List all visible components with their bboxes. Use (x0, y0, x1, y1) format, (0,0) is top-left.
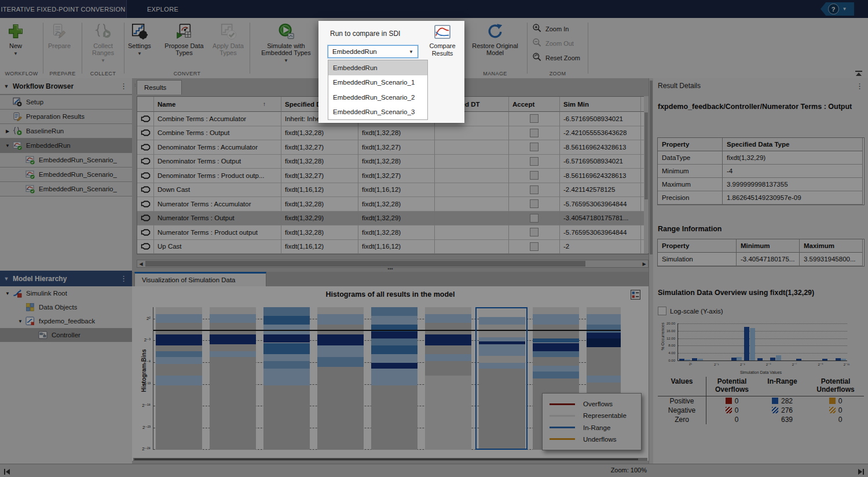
column-header-name[interactable]: Name↑ (154, 97, 281, 112)
pane-splitter[interactable]: ••• (132, 268, 649, 272)
sort-ascending-icon[interactable]: ↑ (263, 101, 266, 107)
collapse-ribbon-icon[interactable] (854, 69, 863, 76)
table-row[interactable]: Numerator Terms : Accumulatorfixdt(1,32,… (137, 197, 648, 212)
legend-label: In-Range (583, 424, 610, 431)
accept-checkbox[interactable] (530, 242, 539, 251)
workflow-item-embeddedrun-scenario[interactable]: EmbeddedRun_Scenario_ (0, 182, 132, 196)
tab-results[interactable]: Results (137, 80, 182, 94)
dropdown-option-embeddedrun-scenario-1[interactable]: EmbeddedRun_Scenario_1 (328, 75, 427, 90)
group-prepare: Prepare PREPARE (43, 18, 82, 78)
histogram-column[interactable] (263, 307, 310, 450)
specified-data-type-table: PropertySpecified Data TypeDataTypefixdt… (657, 137, 865, 205)
expand-caret-icon[interactable]: ▼ (2, 291, 13, 296)
histogram-band (317, 307, 364, 314)
collapse-caret-icon[interactable]: ▼ (0, 83, 13, 89)
cell-sim-min: -8.561169624328613 (560, 169, 641, 183)
cell-sim-min: -5.765953063964844 (560, 225, 641, 240)
legend-swatch (550, 415, 575, 417)
workflow-item-embeddedrun[interactable]: ▼EmbeddedRun (0, 139, 132, 153)
propose-data-types-button[interactable]: Propose Data Types (160, 21, 208, 56)
hierarchy-item-fxpdemo-feedback[interactable]: ▼fxpdemo_feedback (0, 314, 132, 328)
table-row[interactable]: Numerator Terms : Product outputfixdt(1,… (137, 225, 648, 240)
legend-entry-overflows: Overflows (550, 400, 634, 407)
collapse-caret-icon[interactable]: ▼ (0, 276, 13, 282)
group-label-prepare: PREPARE (43, 71, 82, 77)
kebab-menu-icon[interactable]: ⋮ (120, 274, 127, 283)
accept-checkbox[interactable] (530, 114, 539, 123)
accept-checkbox[interactable] (530, 171, 539, 180)
reset-zoom-button[interactable]: Reset Zoom (532, 50, 580, 65)
cell-proposed (435, 197, 509, 212)
accept-checkbox[interactable] (530, 228, 539, 236)
help-button[interactable]: ? ▼ (821, 2, 854, 16)
accept-checkbox[interactable] (530, 157, 539, 166)
kebab-menu-icon[interactable]: ⋮ (120, 82, 127, 90)
tree-item-label: Controller (52, 332, 80, 338)
tab-visualization-of-simulation-data[interactable]: Visualization of Simulation Data (134, 272, 266, 286)
hierarchy-item-controller[interactable]: Controller (0, 328, 132, 342)
hatched-underflow-swatch (829, 407, 836, 413)
simulation-data-overview-heading: Simulation Data Overview using fixdt(1,3… (658, 289, 814, 297)
restore-original-model-button[interactable]: Restore Original Model (469, 21, 521, 56)
histogram-band (210, 307, 256, 314)
expand-caret-icon[interactable]: ▼ (15, 319, 25, 324)
expand-caret-icon[interactable]: ▶ (2, 129, 13, 134)
cell-proposed (435, 212, 509, 226)
collapse-left-icon[interactable] (3, 467, 12, 474)
expand-caret-icon[interactable]: ▼ (2, 143, 13, 148)
accept-checkbox[interactable] (530, 214, 539, 223)
workflow-item-preparation-results[interactable]: Preparation Results (0, 110, 132, 124)
cell-accept (509, 126, 560, 141)
simulate-with-embedded-types-button[interactable]: Simulate with Embedded Types▼ (254, 21, 318, 64)
mini-gridline (678, 353, 847, 354)
workflow-item-embeddedrun-scenario[interactable]: EmbeddedRun_Scenario_ (0, 168, 132, 182)
chart-horizontal-scrollbar[interactable] (133, 458, 647, 461)
simulate-icon (276, 21, 296, 41)
dropdown-option-embeddedrun[interactable]: EmbeddedRun (328, 60, 427, 75)
tab-explore[interactable]: EXPLORE (132, 0, 193, 18)
dropdown-option-embeddedrun-scenario-2[interactable]: EmbeddedRun_Scenario_2 (328, 90, 427, 105)
accept-checkbox[interactable] (530, 199, 539, 208)
settings-button[interactable]: Settings▼ (128, 21, 151, 57)
table-row[interactable]: Denominator Terms : Outputfixdt(1,32,28)… (137, 155, 648, 169)
dropdown-option-embeddedrun-scenario-3[interactable]: EmbeddedRun_Scenario_3 (328, 105, 427, 120)
signal-icon (137, 197, 154, 212)
table-vertical-scrollbar[interactable] (644, 96, 649, 253)
accept-checkbox[interactable] (530, 143, 539, 151)
scroll-right-icon[interactable]: ▶ (640, 260, 648, 267)
histogram-column[interactable] (425, 307, 471, 450)
kebab-menu-icon[interactable]: ⋮ (856, 82, 863, 90)
table-row[interactable]: Denominator Terms : Accumulatorfixdt(1,3… (137, 140, 648, 155)
new-button[interactable]: New▼ (6, 21, 25, 57)
cell-sim-min: -2.421055553643628 (560, 126, 641, 141)
table-row[interactable]: Combine Terms : Outputfixdt(1,32,28)fixd… (137, 126, 648, 141)
column-header-accept[interactable]: Accept (509, 97, 560, 112)
zoom-in-button[interactable]: Zoom In (532, 21, 580, 36)
workflow-item-setup[interactable]: Setup (0, 94, 132, 110)
histogram-column[interactable] (156, 307, 202, 450)
histogram-band (371, 307, 417, 316)
table-row[interactable]: Denominator Terms : Product outp...fixdt… (137, 169, 648, 183)
workflow-item-baselinerun[interactable]: ▶BaselineRun (0, 124, 132, 139)
accept-checkbox[interactable] (530, 129, 539, 137)
histogram-column[interactable] (371, 307, 417, 450)
compare-results-button[interactable]: Compare Results (424, 24, 461, 70)
histogram-column[interactable] (210, 307, 256, 450)
tab-iterative-fixed-point-conversion[interactable]: ITERATIVE FIXED-POINT CONVERSION (0, 0, 127, 18)
histogram-column[interactable] (317, 307, 364, 450)
table-row[interactable]: Up Castfixdt(1,16,12)fixdt(1,16,12)-24. (137, 240, 648, 254)
histogram-band (156, 323, 202, 334)
hierarchy-item-data-objects[interactable]: Data Objects (0, 300, 132, 314)
collapse-right-icon[interactable] (856, 467, 865, 474)
column-header-sim-min[interactable]: Sim Min (560, 97, 641, 112)
run-to-compare-combobox[interactable]: EmbeddedRun ▼ (328, 45, 418, 58)
legend-toggle-icon[interactable] (631, 290, 640, 300)
workflow-item-embeddedrun-scenario[interactable]: EmbeddedRun_Scenario_ (0, 153, 132, 168)
hierarchy-item-simulink-root[interactable]: ▼Simulink Root (0, 286, 132, 300)
accept-checkbox[interactable] (530, 185, 539, 194)
table-row[interactable]: Down Castfixdt(1,16,12)fixdt(1,16,12)-2.… (137, 183, 648, 198)
panel-grip[interactable]: ⋮⋮ (133, 83, 135, 91)
table-row[interactable]: Numerator Terms : Outputfixdt(1,32,29)fi… (137, 212, 648, 226)
main-vertical-scrollbar[interactable] (649, 78, 653, 464)
scroll-left-icon[interactable]: ◀ (137, 260, 145, 267)
